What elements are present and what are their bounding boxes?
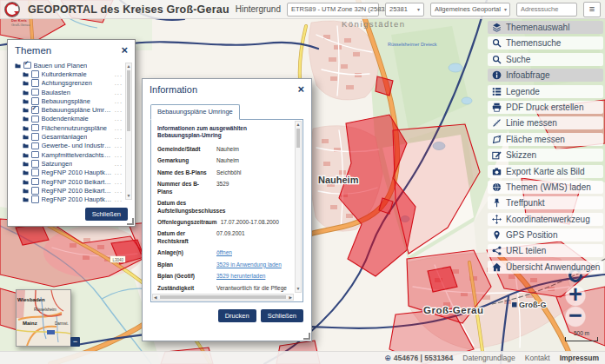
tree-item-satzungen[interactable]: Satzungen... (15, 159, 123, 168)
tree-item-achtungsgrenzen[interactable]: Achtungsgrenzen... (15, 79, 123, 88)
item-menu-dots[interactable]: ... (115, 142, 123, 149)
sidebar-item-pdf-druck-erstellen[interactable]: PDF Druck erstellen (488, 101, 603, 114)
tree-item-checkbox[interactable] (31, 151, 39, 159)
tree-item-label[interactable]: RegFNP 2010 Beikarte2, Geneh... (42, 187, 112, 195)
tab-bebauungsplaene-umringe[interactable]: Bebauungspläne Umringe (150, 104, 240, 120)
tree-item-checkbox[interactable] (31, 187, 39, 195)
tree-item-checkbox[interactable] (31, 106, 39, 114)
tree-item-label[interactable]: Gewerbe- und Industrieflächen (42, 142, 112, 149)
sidebar-item-linie-messen[interactable]: Linie messen (488, 116, 603, 129)
sidebar-item-export-karte-als-bild[interactable]: Export Karte als Bild (488, 165, 603, 178)
tree-item-gesamtanlagen[interactable]: Gesamtanlagen... (15, 132, 123, 141)
item-menu-dots[interactable]: ... (115, 97, 123, 105)
scroll-down-icon[interactable]: ▼ (126, 193, 131, 199)
tree-item-label[interactable]: Gesamtanlagen (42, 133, 88, 141)
tree-item-kulturdenkmale[interactable]: Kulturdenkmale... (15, 69, 123, 78)
status-link-kontakt[interactable]: Kontakt (525, 354, 550, 362)
item-menu-dots[interactable]: ... (115, 133, 123, 141)
tree-item-label[interactable]: RegFNP 2010 Beikarte1, Geneh... (42, 178, 112, 186)
item-menu-dots[interactable]: ... (115, 106, 123, 114)
info-row-link[interactable]: 3529 herunterladen (216, 273, 292, 280)
tree-item-bebauungspläne-umringe[interactable]: Bebauungspläne Umringe... (15, 105, 123, 114)
tree-item-checkbox[interactable] (31, 133, 39, 141)
tree-item-label[interactable]: Satzungen (42, 160, 73, 168)
scroll-up-icon[interactable]: ▲ (126, 63, 131, 69)
tree-item-bodendenkmale[interactable]: Bodendenkmale... (15, 115, 123, 123)
info-row-link[interactable]: 3529 in Anwendung laden (216, 261, 292, 268)
item-menu-dots[interactable]: ... (115, 70, 123, 78)
tree-item-checkbox[interactable] (31, 89, 39, 96)
resize-handle[interactable] (127, 218, 134, 225)
scroll-up-icon[interactable]: ▲ (296, 122, 301, 128)
item-menu-dots[interactable]: ... (115, 195, 123, 203)
info-vertical-scrollbar[interactable]: ▲ ▼ (295, 121, 302, 293)
sidebar-item-skizzen[interactable]: Skizzen (488, 149, 603, 162)
item-menu-dots[interactable]: ... (115, 151, 123, 159)
scroll-right-icon[interactable]: ▶ (289, 295, 292, 301)
scroll-down-icon[interactable]: ▼ (296, 286, 301, 292)
tree-item-regfnp-2010-hauptkarte-gene[interactable]: RegFNP 2010 Hauptkarte, Gene...... (15, 169, 123, 177)
item-menu-dots[interactable]: ... (115, 169, 123, 176)
print-button[interactable]: Drucken (218, 309, 256, 322)
sidebar-item-gps-position[interactable]: GPS Position (488, 228, 603, 242)
scroll-left-icon[interactable]: ◀ (154, 295, 156, 301)
tree-item-checkbox[interactable] (31, 116, 39, 123)
tree-item-label[interactable]: Achtungsgrenzen (42, 79, 92, 87)
sidebar-item-fläche-messen[interactable]: Fläche messen (488, 133, 603, 146)
resize-handle[interactable] (303, 333, 310, 340)
tree-root-checkbox[interactable] (23, 62, 31, 69)
tree-item-label[interactable]: RegFNP 2010 Hauptkarte, Gene... (42, 169, 112, 176)
sidebar-item-themenauswahl[interactable]: Themenauswahl (488, 21, 603, 34)
themes-close-button[interactable]: Schließen (85, 208, 128, 221)
sidebar-item-infoabfrage[interactable]: Infoabfrage (488, 69, 603, 82)
tree-item-label[interactable]: Flächennutzungspläne (42, 124, 107, 132)
info-row-link[interactable]: öffnen (216, 249, 292, 256)
info-horizontal-scrollbar[interactable]: ◀ ▶ (152, 294, 294, 301)
logo[interactable]: Der Kreis Groß-Gerau (3, 1, 43, 32)
tree-item-label[interactable]: Bebauungspläne (42, 97, 90, 105)
item-menu-dots[interactable]: ... (115, 178, 123, 186)
sidebar-item-suche[interactable]: Suche (488, 53, 603, 66)
minimap-collapse-button[interactable]: − (70, 337, 80, 347)
tree-item-checkbox[interactable] (31, 142, 39, 150)
tree-item-flächennutzungspläne[interactable]: Flächennutzungspläne... (15, 123, 123, 132)
tree-item-bebauungspläne[interactable]: Bebauungspläne... (15, 96, 123, 105)
tree-item-regfnp-2010-beikarte1-geneh[interactable]: RegFNP 2010 Beikarte1, Geneh...... (15, 177, 123, 186)
tree-item-kampfmittelverdachtsflächen[interactable]: Kampfmittelverdachtsflächen... (15, 150, 123, 159)
tree-item-checkbox[interactable] (31, 195, 39, 203)
crs-select[interactable]: ETRS89 - UTM Zone 32N (25832) ▾ (287, 3, 379, 17)
tree-item-label[interactable]: Kampfmittelverdachtsflächen (42, 151, 112, 159)
tree-item-checkbox[interactable] (31, 70, 39, 78)
tree-item-checkbox[interactable] (31, 178, 39, 186)
tree-item-checkbox[interactable] (31, 160, 39, 168)
item-menu-dots[interactable]: ... (115, 124, 123, 132)
item-menu-dots[interactable]: ... (115, 79, 123, 87)
sidebar-item-url-teilen[interactable]: URL teilen (488, 244, 603, 257)
themes-scrollbar[interactable]: ▲ ▼ (125, 63, 132, 200)
tree-item-regfnp-2010-hauptkarte-plans[interactable]: RegFNP 2010 Hauptkarte, Plans...... (15, 195, 123, 203)
close-icon[interactable]: × (297, 85, 304, 94)
scale-select[interactable]: 25381 ▾ (385, 3, 424, 17)
sidebar-item-treffpunkt[interactable]: Treffpunkt (488, 196, 603, 209)
dialog-close-button[interactable]: Schließen (261, 309, 303, 322)
item-menu-dots[interactable]: ... (115, 115, 123, 122)
tree-item-checkbox[interactable] (31, 97, 39, 105)
sidebar-item-themensuche[interactable]: Themensuche (488, 36, 603, 50)
tree-root-item[interactable]: Bauen und Planen (15, 61, 123, 69)
sidebar-item-legende[interactable]: Legende (488, 85, 603, 98)
scrollbar-thumb[interactable] (160, 295, 286, 299)
sidebar-item-koordinatenwerkzeug[interactable]: Koordinatenwerkzeug (488, 213, 603, 226)
item-menu-dots[interactable]: ... (115, 187, 123, 195)
sidebar-item-übersicht-anwendungen[interactable]: Übersicht Anwendungen (488, 261, 603, 274)
item-menu-dots[interactable]: ... (115, 160, 123, 168)
tree-item-regfnp-2010-beikarte2-geneh[interactable]: RegFNP 2010 Beikarte2, Geneh...... (15, 186, 123, 195)
tree-item-label[interactable]: RegFNP 2010 Hauptkarte, Plans... (42, 195, 112, 203)
tree-item-baulasten[interactable]: Baulasten... (15, 88, 123, 96)
application-select[interactable]: Allgemeines Geoportal ▾ (430, 3, 510, 17)
status-link-datengrundlage[interactable]: Datengrundlage (462, 354, 515, 362)
close-icon[interactable]: × (121, 46, 128, 55)
hamburger-menu-button[interactable]: ≡ (583, 2, 601, 17)
tree-item-checkbox[interactable] (31, 124, 39, 132)
tree-item-checkbox[interactable] (31, 79, 39, 87)
tree-item-label[interactable]: Bodendenkmale (42, 115, 89, 122)
